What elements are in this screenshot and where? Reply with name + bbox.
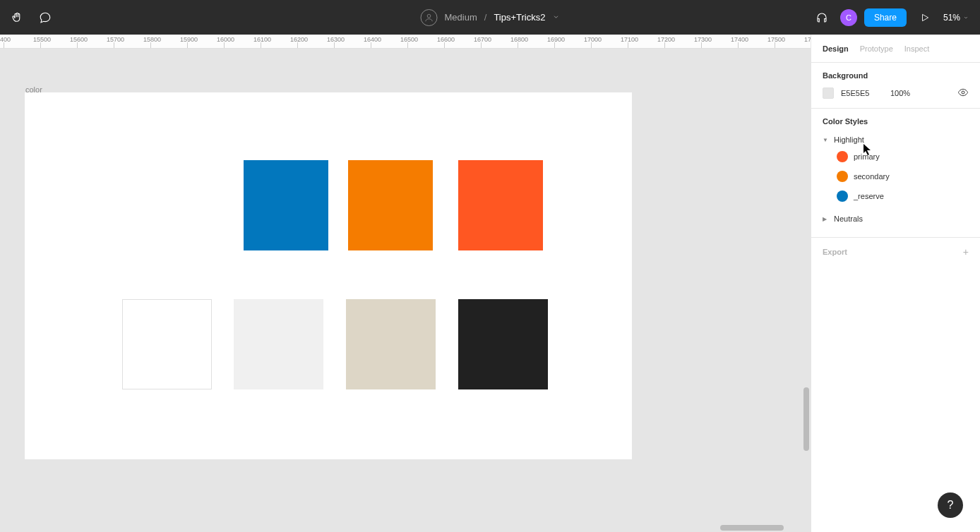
background-swatch[interactable] bbox=[823, 87, 834, 99]
ruler-mark: 15600 bbox=[70, 36, 88, 43]
toolbar-center: Medium / Tips+Tricks2 bbox=[421, 9, 560, 26]
ruler-mark: 1760 bbox=[804, 36, 811, 43]
color-swatch[interactable] bbox=[346, 299, 436, 389]
file-name[interactable]: Tips+Tricks2 bbox=[494, 12, 545, 23]
style-item-secondary[interactable]: secondary bbox=[823, 167, 969, 186]
ruler-mark: 17500 bbox=[767, 36, 785, 43]
ruler-mark: 15900 bbox=[180, 36, 198, 43]
background-row[interactable]: E5E5E5 100% bbox=[823, 87, 969, 99]
color-styles-section: Color Styles ▼Highlightprimarysecondary_… bbox=[811, 109, 980, 238]
toolbar-right: C Share 51% bbox=[811, 6, 974, 29]
workspace-name[interactable]: Medium bbox=[445, 12, 477, 23]
caret-right-icon: ▶ bbox=[823, 216, 830, 222]
comment-tool-icon[interactable] bbox=[34, 6, 56, 29]
style-color-swatch bbox=[837, 171, 848, 182]
help-button[interactable]: ? bbox=[938, 492, 963, 518]
top-toolbar: Medium / Tips+Tricks2 C Share 51% bbox=[0, 0, 980, 35]
tab-prototype[interactable]: Prototype bbox=[860, 44, 893, 53]
ruler-mark: 15500 bbox=[33, 36, 51, 43]
background-opacity[interactable]: 100% bbox=[890, 89, 910, 97]
color-swatch[interactable] bbox=[234, 299, 323, 389]
user-icon[interactable] bbox=[421, 9, 438, 26]
style-item-label: secondary bbox=[854, 172, 890, 181]
tab-inspect[interactable]: Inspect bbox=[904, 44, 929, 53]
ruler-mark: 5400 bbox=[0, 36, 11, 43]
ruler-mark: 16000 bbox=[217, 36, 234, 43]
horizontal-ruler: 5400155001560015700158001590016000161001… bbox=[0, 35, 811, 49]
scrollbar-horizontal[interactable] bbox=[720, 525, 784, 531]
ruler-mark: 16600 bbox=[437, 36, 455, 43]
export-section: Export + bbox=[811, 238, 980, 266]
ruler-mark: 16300 bbox=[327, 36, 345, 43]
breadcrumb-separator: / bbox=[484, 12, 487, 23]
ruler-mark: 16400 bbox=[364, 36, 381, 43]
style-color-swatch bbox=[837, 191, 848, 202]
style-item-primary[interactable]: primary bbox=[823, 147, 969, 167]
svg-point-1 bbox=[962, 91, 964, 94]
visibility-icon[interactable] bbox=[957, 87, 969, 99]
ruler-mark: 16700 bbox=[474, 36, 491, 43]
style-item-_reserve[interactable]: _reserve bbox=[823, 186, 969, 206]
play-icon[interactable] bbox=[914, 6, 936, 29]
ruler-mark: 16800 bbox=[510, 36, 528, 43]
avatar[interactable]: C bbox=[840, 9, 857, 26]
background-hex[interactable]: E5E5E5 bbox=[841, 89, 883, 97]
style-item-label: primary bbox=[854, 152, 880, 161]
style-color-swatch bbox=[837, 151, 848, 162]
headphones-icon[interactable] bbox=[811, 6, 833, 29]
ruler-mark: 17200 bbox=[657, 36, 675, 43]
background-section: Background E5E5E5 100% bbox=[811, 63, 980, 109]
svg-point-0 bbox=[427, 14, 431, 18]
frame-color[interactable] bbox=[25, 92, 632, 459]
canvas[interactable]: color bbox=[0, 49, 811, 532]
share-button[interactable]: Share bbox=[864, 8, 907, 27]
ruler-mark: 17400 bbox=[731, 36, 748, 43]
style-group-name: Neutrals bbox=[834, 214, 863, 223]
ruler-mark: 16200 bbox=[290, 36, 308, 43]
ruler-mark: 16900 bbox=[547, 36, 565, 43]
style-item-label: _reserve bbox=[854, 192, 884, 200]
ruler-mark: 17100 bbox=[621, 36, 638, 43]
export-title: Export bbox=[823, 248, 847, 256]
color-swatch[interactable] bbox=[348, 160, 433, 250]
style-group-neutrals[interactable]: ▶Neutrals bbox=[823, 212, 969, 226]
ruler-mark: 17000 bbox=[584, 36, 602, 43]
right-panel: Design Prototype Inspect Background E5E5… bbox=[811, 35, 980, 532]
add-export-icon[interactable]: + bbox=[963, 246, 969, 258]
color-swatch[interactable] bbox=[122, 299, 212, 389]
panel-tabs: Design Prototype Inspect bbox=[811, 35, 980, 63]
hand-tool-icon[interactable] bbox=[6, 6, 28, 29]
ruler-mark: 15700 bbox=[107, 36, 124, 43]
background-title: Background bbox=[823, 71, 969, 80]
scrollbar-vertical[interactable] bbox=[803, 387, 809, 451]
color-swatch[interactable] bbox=[458, 299, 548, 389]
style-group-name: Highlight bbox=[834, 135, 864, 144]
zoom-value: 51% bbox=[943, 13, 960, 23]
ruler-mark: 16500 bbox=[400, 36, 418, 43]
ruler-mark: 16100 bbox=[253, 36, 271, 43]
ruler-mark: 17300 bbox=[694, 36, 712, 43]
caret-down-icon: ▼ bbox=[823, 137, 830, 143]
ruler-mark: 15800 bbox=[143, 36, 161, 43]
toolbar-left bbox=[6, 6, 56, 29]
zoom-control[interactable]: 51% bbox=[943, 13, 974, 23]
chevron-down-icon[interactable] bbox=[552, 13, 559, 22]
color-styles-title: Color Styles bbox=[823, 117, 969, 126]
tab-design[interactable]: Design bbox=[823, 44, 849, 53]
color-swatch[interactable] bbox=[244, 160, 328, 250]
style-group-highlight[interactable]: ▼Highlight bbox=[823, 133, 969, 147]
color-swatch[interactable] bbox=[458, 160, 543, 250]
